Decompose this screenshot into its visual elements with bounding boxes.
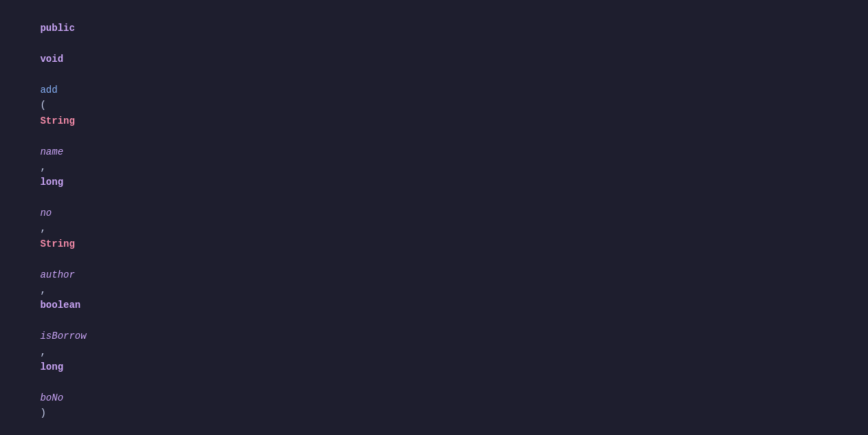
code-line: public void add ( String name , long no … <box>0 5 868 435</box>
code-editor: public void add ( String name , long no … <box>0 0 868 435</box>
keyword-void: void <box>40 54 63 65</box>
method-add: add <box>40 85 57 96</box>
keyword-public: public <box>40 23 74 34</box>
